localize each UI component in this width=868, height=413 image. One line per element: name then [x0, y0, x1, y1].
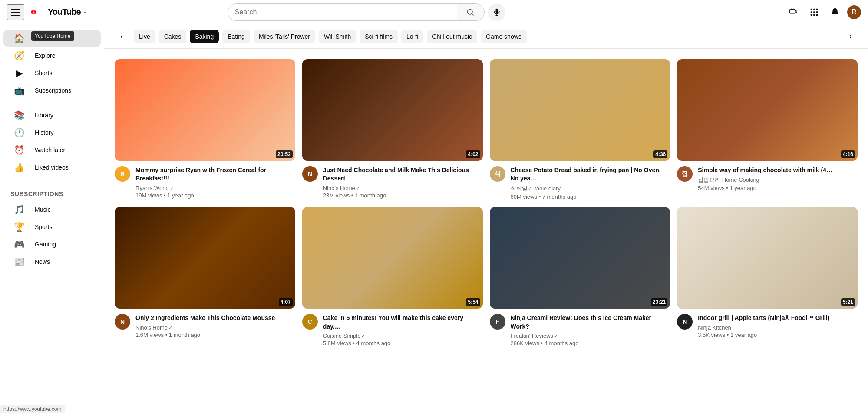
video-stats-v8: 3.5K views • 1 year ago [698, 332, 858, 338]
main-content: 20:52 R Mommy surprise Ryan with Frozen … [104, 49, 868, 364]
filter-chip-0[interactable]: Live [134, 30, 155, 43]
channel-name-v5: Nino's Home✓ [135, 324, 295, 331]
filter-chip-2[interactable]: Baking [190, 30, 219, 43]
thumbnail-v8: 5:21 [677, 207, 858, 309]
sidebar-item-home[interactable]: 🏠 Home [3, 30, 101, 47]
channel-name-v3: 식탁일기 table diary [511, 185, 670, 193]
thumbnail-v3: 4:36 [490, 59, 670, 161]
sidebar-item-liked-videos[interactable]: 👍 Liked videos [3, 159, 101, 176]
svg-line-3 [472, 13, 474, 15]
video-meta-v5: Only 2 Ingredients Make This Chocolate M… [135, 314, 295, 338]
filter-next-button[interactable]: › [844, 30, 858, 43]
menu-button[interactable] [7, 4, 24, 20]
sidebar-item-watch-later[interactable]: ⏰ Watch later [3, 141, 101, 159]
filter-chip-1[interactable]: Cakes [159, 30, 187, 43]
thumbnail-image-v4 [677, 59, 858, 161]
filter-chip-4[interactable]: Miles 'Tails' Prower [254, 30, 315, 43]
video-info-v4: 집 Simple way of making chocolate with mi… [677, 161, 858, 192]
channel-avatar-v8: N [677, 314, 693, 330]
thumbnail-image-v1 [115, 59, 295, 161]
sidebar-label-library: Library [35, 112, 53, 119]
filter-chip-9[interactable]: Game shows [481, 30, 527, 43]
filter-chip-8[interactable]: Chill-out music [427, 30, 477, 43]
sidebar-label-watch-later: Watch later [35, 147, 65, 153]
filter-prev-button[interactable]: ‹ [115, 30, 129, 43]
music-icon: 🎵 [14, 204, 24, 215]
svg-point-2 [467, 9, 472, 14]
youtube-logo[interactable]: YouTubeIL YouTube Home [31, 7, 86, 17]
subscriptions-icon: 📺 [14, 85, 24, 96]
video-info-v2: N Just Need Chocolate and Milk Make This… [302, 161, 483, 199]
video-stats-v2: 23M views • 1 month ago [323, 192, 483, 199]
thumbnail-v1: 20:52 [115, 59, 295, 161]
search-input[interactable] [228, 3, 457, 21]
filter-chip-6[interactable]: Sci-fi films [360, 30, 398, 43]
sidebar-item-sports[interactable]: 🏆 Sports [3, 218, 101, 236]
duration-badge-v2: 4:02 [466, 150, 480, 158]
sidebar-item-history[interactable]: 🕐 History [3, 124, 101, 141]
sidebar-item-shorts[interactable]: ▶ Shorts [3, 64, 101, 82]
sidebar-label-home: Home [35, 35, 52, 42]
search-button[interactable] [457, 3, 485, 21]
create-button[interactable] [785, 3, 802, 21]
video-meta-v2: Just Need Chocolate and Milk Make This D… [323, 166, 483, 199]
channel-avatar-v6: C [302, 314, 318, 330]
channel-avatar-v2: N [302, 166, 318, 182]
channel-name-v4: 집밥요리 Home Cooking [698, 176, 858, 184]
sidebar-divider [0, 103, 104, 103]
video-stats-v5: 1.6M views • 1 month ago [135, 332, 295, 338]
filter-chip-5[interactable]: Will Smith [319, 30, 356, 43]
video-card-v8[interactable]: 5:21 N Indoor grill | Apple tarts (Ninja… [677, 207, 858, 346]
video-card-v2[interactable]: 4:02 N Just Need Chocolate and Milk Make… [302, 59, 483, 200]
logo-country: IL [83, 9, 86, 13]
video-card-v5[interactable]: 4:07 N Only 2 Ingredients Make This Choc… [115, 207, 295, 346]
thumbnail-image-v7 [490, 207, 670, 309]
video-card-v4[interactable]: 4:16 집 Simple way of making chocolate wi… [677, 59, 858, 200]
sidebar-label-shorts: Shorts [35, 70, 52, 77]
header: YouTubeIL YouTube Home [0, 0, 868, 24]
sidebar-item-subscriptions[interactable]: 📺 Subscriptions [3, 82, 101, 99]
video-meta-v1: Mommy surprise Ryan with Frozen Cereal f… [135, 166, 295, 199]
video-card-v1[interactable]: 20:52 R Mommy surprise Ryan with Frozen … [115, 59, 295, 200]
sidebar-label-sports: Sports [35, 223, 52, 230]
sidebar-item-news[interactable]: 📰 News [3, 253, 101, 270]
home-icon: 🏠 [14, 33, 24, 43]
video-card-v3[interactable]: 4:36 식 Cheese Potato Bread baked in fryi… [490, 59, 670, 200]
video-card-v7[interactable]: 23:21 F Ninja Creami Review: Does this I… [490, 207, 670, 346]
filter-chip-7[interactable]: Lo-fi [401, 30, 423, 43]
notifications-button[interactable] [826, 3, 844, 21]
gaming-icon: 🎮 [14, 239, 24, 250]
sidebar-item-explore[interactable]: 🧭 Explore [3, 47, 101, 64]
sports-icon: 🏆 [14, 222, 24, 232]
bell-icon [830, 7, 840, 17]
svg-rect-13 [816, 8, 818, 10]
thumbnail-v7: 23:21 [490, 207, 670, 309]
sidebar-item-library[interactable]: 📚 Library [3, 107, 101, 124]
liked-videos-icon: 👍 [14, 162, 24, 173]
thumbnail-v5: 4:07 [115, 207, 295, 309]
video-card-v6[interactable]: 5:54 C Cake in 5 minutes! You will make … [302, 207, 483, 346]
svg-rect-14 [811, 11, 812, 13]
sidebar-label-gaming: Gaming [35, 241, 56, 248]
duration-badge-v8: 5:21 [841, 298, 855, 306]
microphone-button[interactable] [488, 3, 505, 21]
sidebar-item-gaming[interactable]: 🎮 Gaming [3, 236, 101, 253]
filter-chip-3[interactable]: Eating [222, 30, 250, 43]
svg-rect-19 [816, 14, 818, 16]
duration-badge-v7: 23:21 [651, 298, 668, 306]
thumbnail-image-v8 [677, 207, 858, 309]
sidebar-label-subscriptions: Subscriptions [35, 87, 71, 94]
video-info-v7: F Ninja Creami Review: Does this Ice Cre… [490, 309, 670, 346]
video-stats-v6: 5.8M views • 4 months ago [323, 340, 483, 346]
apps-button[interactable] [805, 3, 823, 21]
svg-rect-12 [813, 8, 815, 10]
channel-name-v6: Cuisine Simple✓ [323, 333, 483, 339]
channel-name-v7: Freakin' Reviews✓ [511, 333, 670, 339]
sidebar-item-music[interactable]: 🎵 Music [3, 201, 101, 218]
channel-avatar-v7: F [490, 314, 505, 330]
sidebar: 🏠 Home 🧭 Explore ▶ Shorts 📺 Subscription… [0, 24, 104, 364]
sidebar-label-music: Music [35, 206, 51, 213]
duration-badge-v4: 4:16 [841, 150, 855, 158]
avatar[interactable]: R [847, 5, 861, 19]
video-title-v8: Indoor grill | Apple tarts (Ninja® Foodi… [698, 314, 858, 323]
